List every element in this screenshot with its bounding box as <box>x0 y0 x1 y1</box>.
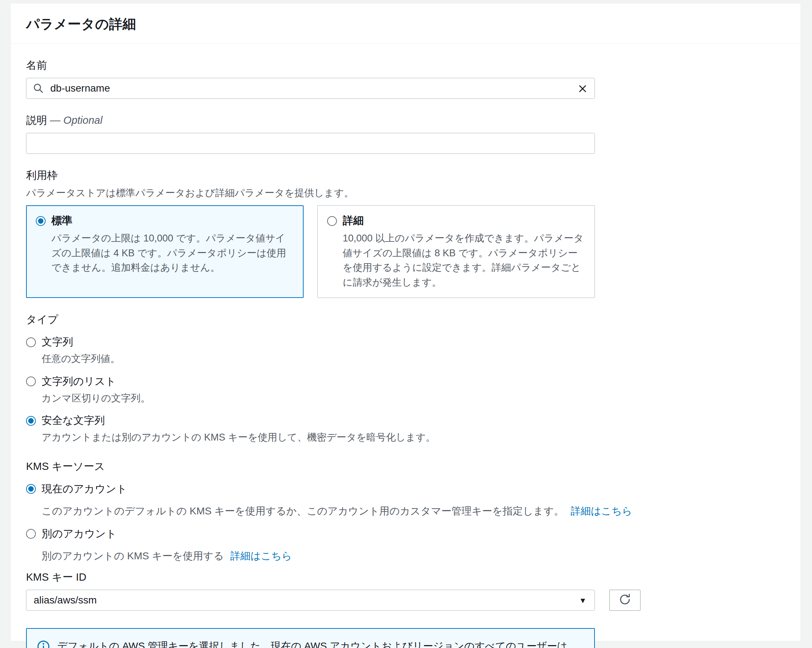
kms-source-label: KMS キーソース <box>26 459 785 474</box>
tier-advanced-title: 詳細 <box>343 214 364 228</box>
type-option-string-row[interactable]: 文字列 <box>26 335 785 349</box>
type-stringlist-radio[interactable] <box>26 376 36 386</box>
type-securestring-description: アカウントまたは別のアカウントの KMS キーを使用して、機密データを暗号化しま… <box>41 430 785 445</box>
tier-standard-description: パラメータの上限は 10,000 です。パラメータ値サイズの上限値は 4 KB … <box>51 231 294 275</box>
kms-current-account-learn-more-link[interactable]: 詳細はこちら <box>571 505 632 517</box>
description-section: 説明 — Optional <box>26 113 785 154</box>
tier-help-text: パラメータストアは標準パラメータおよび詳細パラメータを提供します。 <box>26 186 785 199</box>
type-option-stringlist-row[interactable]: 文字列のリスト <box>26 374 785 389</box>
kms-key-id-label: KMS キー ID <box>26 570 785 585</box>
tier-standard-head: 標準 <box>36 214 294 228</box>
alert-text: デフォルトの AWS 管理キーを選択しました。現在の AWS アカウントおよびリ… <box>57 638 584 648</box>
kms-source-other-account: 別のアカウント 別のアカウントの KMS キーを使用する 詳細はこちら <box>26 527 785 564</box>
kms-current-account-radio[interactable] <box>26 484 36 494</box>
kms-other-account-radio[interactable] <box>26 529 36 539</box>
alert-content: デフォルトの AWS 管理キーを選択しました。現在の AWS アカウントおよびリ… <box>57 638 584 648</box>
type-securestring-radio[interactable] <box>26 416 36 426</box>
kms-current-account-label: 現在のアカウント <box>41 482 127 496</box>
type-string-label: 文字列 <box>41 335 73 349</box>
panel-header: パラメータの詳細 <box>11 4 800 44</box>
info-icon <box>37 640 50 648</box>
kms-other-account-row[interactable]: 別のアカウント <box>26 527 785 541</box>
tier-advanced-head: 詳細 <box>327 214 585 228</box>
tier-section: 利用枠 パラメータストアは標準パラメータおよび詳細パラメータを提供します。 標準… <box>26 168 785 298</box>
kms-source-section: KMS キーソース 現在のアカウント このアカウントのデフォルトの KMS キー… <box>26 459 785 564</box>
tier-standard-radio[interactable] <box>36 216 46 226</box>
description-optional-text: — Optional <box>50 115 102 126</box>
page: パラメータの詳細 名前 <box>0 0 812 648</box>
description-input-wrap <box>26 133 595 154</box>
description-label: 説明 — Optional <box>26 113 785 128</box>
kms-current-account-row[interactable]: 現在のアカウント <box>26 482 785 496</box>
kms-other-account-description: 別のアカウントの KMS キーを使用する 詳細はこちら <box>41 549 785 564</box>
tier-standard-title: 標準 <box>51 214 72 228</box>
refresh-button[interactable] <box>609 590 641 611</box>
tier-tile-standard[interactable]: 標準 パラメータの上限は 10,000 です。パラメータ値サイズの上限値は 4 … <box>26 205 304 298</box>
search-icon <box>32 83 44 94</box>
description-input[interactable] <box>26 133 595 154</box>
panel-title: パラメータの詳細 <box>26 15 785 33</box>
kms-key-id-section: KMS キー ID alias/aws/ssm ▼ <box>26 570 785 611</box>
type-string-description: 任意の文字列値。 <box>41 352 785 366</box>
tier-advanced-radio[interactable] <box>327 216 337 226</box>
kms-key-id-row: alias/aws/ssm ▼ <box>26 590 785 611</box>
tier-tile-advanced[interactable]: 詳細 10,000 以上のパラメータを作成できます。パラメータ値サイズの上限値は… <box>317 205 595 298</box>
close-icon <box>577 90 588 95</box>
kms-other-account-label: 別のアカウント <box>41 527 116 541</box>
name-label: 名前 <box>26 58 785 73</box>
panel-body: 名前 説明 — Optional <box>11 58 800 648</box>
kms-default-key-alert: デフォルトの AWS 管理キーを選択しました。現在の AWS アカウントおよびリ… <box>26 628 595 648</box>
kms-other-account-learn-more-link[interactable]: 詳細はこちら <box>230 550 292 561</box>
refresh-icon <box>618 593 632 607</box>
clear-name-button[interactable] <box>575 81 591 97</box>
type-section: タイプ 文字列 任意の文字列値。 文字列のリスト カンマ区切りの文字列。 <box>26 312 785 445</box>
kms-other-account-description-text: 別のアカウントの KMS キーを使用する <box>41 550 224 561</box>
type-option-stringlist: 文字列のリスト カンマ区切りの文字列。 <box>26 374 785 406</box>
kms-current-account-description: このアカウントのデフォルトの KMS キーを使用するか、このアカウント用のカスタ… <box>41 504 785 519</box>
type-stringlist-description: カンマ区切りの文字列。 <box>41 391 785 406</box>
kms-key-id-value: alias/aws/ssm <box>34 595 97 606</box>
type-label: タイプ <box>26 312 785 327</box>
chevron-down-icon: ▼ <box>579 596 586 604</box>
type-option-securestring-row[interactable]: 安全な文字列 <box>26 413 785 428</box>
name-section: 名前 <box>26 58 785 99</box>
kms-current-account-description-text: このアカウントのデフォルトの KMS キーを使用するか、このアカウント用のカスタ… <box>41 505 564 517</box>
tier-label: 利用枠 <box>26 168 785 183</box>
description-label-text: 説明 <box>26 115 47 126</box>
kms-key-id-select[interactable]: alias/aws/ssm ▼ <box>26 590 595 611</box>
name-input-wrap <box>26 78 595 99</box>
type-option-securestring: 安全な文字列 アカウントまたは別のアカウントの KMS キーを使用して、機密デー… <box>26 413 785 445</box>
tier-tiles: 標準 パラメータの上限は 10,000 です。パラメータ値サイズの上限値は 4 … <box>26 205 595 298</box>
type-stringlist-label: 文字列のリスト <box>41 374 116 389</box>
tier-advanced-description: 10,000 以上のパラメータを作成できます。パラメータ値サイズの上限値は 8 … <box>343 231 585 290</box>
name-input[interactable] <box>26 78 595 99</box>
parameter-details-panel: パラメータの詳細 名前 <box>11 4 800 641</box>
type-securestring-label: 安全な文字列 <box>41 413 105 428</box>
type-option-string: 文字列 任意の文字列値。 <box>26 335 785 366</box>
kms-source-current-account: 現在のアカウント このアカウントのデフォルトの KMS キーを使用するか、このア… <box>26 482 785 519</box>
type-string-radio[interactable] <box>26 338 36 347</box>
